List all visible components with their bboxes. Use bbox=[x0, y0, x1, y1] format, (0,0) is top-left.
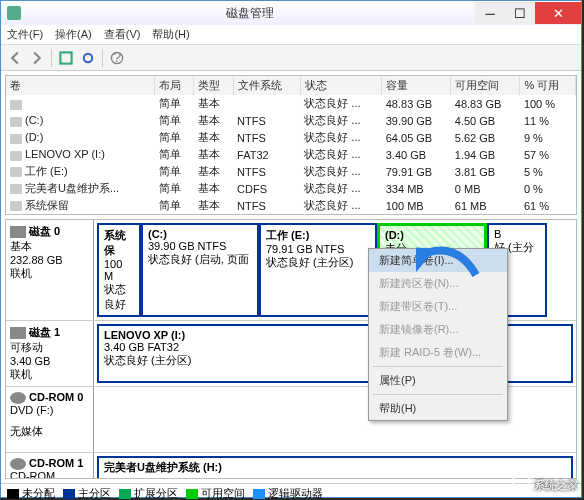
column-header[interactable]: 卷 bbox=[6, 76, 155, 95]
menu-file[interactable]: 文件(F) bbox=[7, 27, 43, 42]
partition[interactable]: 完美者U盘维护系统 (H:) bbox=[97, 456, 573, 479]
close-button[interactable]: ✕ bbox=[535, 2, 581, 24]
volume-icon bbox=[10, 134, 22, 144]
partition[interactable]: (C:)39.90 GB NTFS状态良好 (启动, 页面 bbox=[141, 223, 259, 317]
menu-new-mirror-volume: 新建镜像卷(R)... bbox=[369, 318, 507, 341]
window-title: 磁盘管理 bbox=[25, 5, 475, 22]
svg-rect-0 bbox=[60, 52, 71, 63]
forward-button[interactable] bbox=[27, 48, 47, 68]
menu-new-raid5-volume: 新建 RAID-5 卷(W)... bbox=[369, 341, 507, 364]
partition[interactable]: 工作 (E:)79.91 GB NTFS状态良好 (主分区) bbox=[259, 223, 377, 317]
table-row[interactable]: 工作 (E:)简单基本NTFS状态良好 ...79.91 GB3.81 GB5 … bbox=[6, 163, 576, 180]
disk-map: 磁盘 0 基本 232.88 GB 联机 系统保100 M状态良好 (C:)39… bbox=[5, 219, 577, 479]
volume-icon bbox=[10, 117, 22, 127]
column-header[interactable]: 可用空间 bbox=[451, 76, 520, 95]
menu-properties[interactable]: 属性(P) bbox=[369, 369, 507, 392]
menu-view[interactable]: 查看(V) bbox=[104, 27, 141, 42]
menu-action[interactable]: 操作(A) bbox=[55, 27, 92, 42]
volume-icon bbox=[10, 201, 22, 211]
refresh-button[interactable] bbox=[56, 48, 76, 68]
column-header[interactable]: 布局 bbox=[155, 76, 194, 95]
table-row[interactable]: (C:)简单基本NTFS状态良好 ...39.90 GB4.50 GB11 % bbox=[6, 112, 576, 129]
minimize-button[interactable]: ─ bbox=[475, 2, 505, 24]
cd-icon bbox=[10, 392, 26, 404]
legend: 未分配 主分区 扩展分区 可用空间 逻辑驱动器 bbox=[1, 483, 581, 500]
maximize-button[interactable]: ☐ bbox=[505, 2, 535, 24]
disk-icon bbox=[10, 327, 26, 339]
volume-icon bbox=[10, 184, 22, 194]
column-header[interactable]: 类型 bbox=[194, 76, 233, 95]
column-header[interactable]: 状态 bbox=[300, 76, 381, 95]
column-header[interactable]: 文件系统 bbox=[233, 76, 300, 95]
menubar: 文件(F) 操作(A) 查看(V) 帮助(H) bbox=[1, 25, 581, 45]
arrow-annotation bbox=[416, 230, 486, 280]
volume-icon bbox=[10, 167, 22, 177]
table-row[interactable]: 完美者U盘维护系...简单基本CDFS状态良好 ...334 MB0 MB0 % bbox=[6, 180, 576, 197]
house-icon bbox=[512, 476, 530, 494]
menu-help[interactable]: 帮助(H) bbox=[369, 397, 507, 420]
svg-point-1 bbox=[84, 53, 92, 61]
titlebar: 磁盘管理 ─ ☐ ✕ bbox=[1, 1, 581, 25]
menu-help[interactable]: 帮助(H) bbox=[152, 27, 189, 42]
app-icon bbox=[7, 6, 21, 20]
disk-icon bbox=[10, 226, 26, 238]
cd-icon bbox=[10, 458, 26, 470]
cdrom-row-1: CD-ROM 1 CD-ROM 完美者U盘维护系统 (H:) bbox=[6, 453, 576, 479]
volume-icon bbox=[10, 100, 22, 110]
table-row[interactable]: 简单基本状态良好 ...48.83 GB48.83 GB100 % bbox=[6, 95, 576, 112]
svg-text:?: ? bbox=[113, 51, 122, 65]
menu-new-striped-volume: 新建带区卷(T)... bbox=[369, 295, 507, 318]
disk-management-window: 磁盘管理 ─ ☐ ✕ 文件(F) 操作(A) 查看(V) 帮助(H) ? 卷布局… bbox=[0, 0, 582, 498]
partition[interactable]: 系统保100 M状态良好 bbox=[97, 223, 141, 317]
table-row[interactable]: 系统保留简单基本NTFS状态良好 ...100 MB61 MB61 % bbox=[6, 197, 576, 214]
volume-table: 卷布局类型文件系统状态容量可用空间% 可用 简单基本状态良好 ...48.83 … bbox=[5, 75, 577, 215]
volume-icon bbox=[10, 151, 22, 161]
settings-button[interactable] bbox=[78, 48, 98, 68]
help-button[interactable]: ? bbox=[107, 48, 127, 68]
table-row[interactable]: (D:)简单基本NTFS状态良好 ...64.05 GB5.62 GB9 % bbox=[6, 129, 576, 146]
column-header[interactable]: % 可用 bbox=[520, 76, 576, 95]
column-header[interactable]: 容量 bbox=[382, 76, 451, 95]
watermark: 系统之家 bbox=[512, 476, 578, 494]
toolbar: ? bbox=[1, 45, 581, 71]
back-button[interactable] bbox=[5, 48, 25, 68]
table-row[interactable]: LENOVO XP (I:)简单基本FAT32状态良好 ...3.40 GB1.… bbox=[6, 146, 576, 163]
